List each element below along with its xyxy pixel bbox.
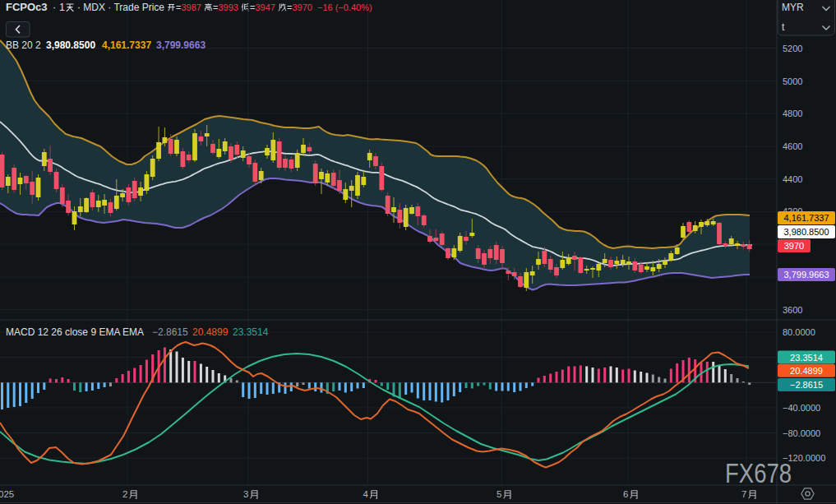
svg-text:FCPOc3: FCPOc3 [6, 1, 48, 13]
svg-text:4800: 4800 [783, 109, 802, 118]
svg-text:23.3514: 23.3514 [790, 353, 823, 363]
svg-text:MACD 12 26 close 9 EMA EMA: MACD 12 26 close 9 EMA EMA [6, 326, 144, 338]
svg-text:3993: 3993 [219, 2, 238, 12]
svg-text:7: 7 [741, 489, 746, 499]
svg-text:4600: 4600 [783, 141, 802, 151]
svg-text:=: = [176, 2, 181, 12]
svg-text:3970: 3970 [784, 241, 804, 251]
svg-text:=: = [287, 2, 292, 12]
svg-text:3600: 3600 [783, 305, 802, 315]
svg-text:−2.8615: −2.8615 [790, 380, 823, 390]
svg-text:5200: 5200 [783, 44, 802, 53]
svg-text:MYR: MYR [782, 2, 804, 13]
svg-text:23.3514: 23.3514 [233, 326, 269, 338]
svg-text:20.4899: 20.4899 [790, 366, 823, 376]
svg-text:20.4899: 20.4899 [192, 326, 229, 338]
svg-text:3987: 3987 [182, 2, 201, 12]
svg-text:1: 1 [59, 2, 65, 13]
svg-text:−16 (−0.40%): −16 (−0.40%) [317, 2, 372, 12]
svg-text:3,980.8500: 3,980.8500 [783, 227, 829, 237]
svg-text:4,161.7337: 4,161.7337 [102, 39, 151, 51]
svg-text:3970: 3970 [293, 2, 312, 12]
svg-text:3: 3 [243, 489, 248, 499]
svg-text:BB 20 2: BB 20 2 [6, 39, 41, 51]
svg-text:5000: 5000 [783, 76, 802, 86]
svg-text:−40.0000: −40.0000 [783, 403, 820, 413]
svg-text:4400: 4400 [783, 174, 802, 184]
svg-text:−80.0000: −80.0000 [783, 428, 820, 438]
svg-text:4: 4 [363, 489, 369, 499]
svg-text:·: · [53, 2, 56, 13]
svg-text:3947: 3947 [256, 2, 275, 12]
svg-text:6: 6 [623, 489, 628, 499]
svg-text:2: 2 [122, 489, 127, 499]
svg-text:· MDX · Trade Price: · MDX · Trade Price [77, 2, 164, 13]
svg-text:=: = [250, 2, 255, 12]
svg-text:4,161.7337: 4,161.7337 [783, 213, 829, 223]
svg-text:3,799.9663: 3,799.9663 [156, 39, 206, 51]
svg-text:=: = [213, 2, 218, 12]
svg-text:−120.0000: −120.0000 [783, 453, 825, 463]
svg-text:3,980.8500: 3,980.8500 [46, 39, 95, 51]
svg-text:80.0000: 80.0000 [783, 327, 815, 337]
svg-text:3,799.9663: 3,799.9663 [783, 270, 829, 280]
svg-text:025: 025 [0, 489, 14, 499]
svg-text:FX678: FX678 [725, 457, 792, 488]
svg-text:5: 5 [497, 489, 501, 499]
svg-text:−2.8615: −2.8615 [152, 326, 188, 338]
